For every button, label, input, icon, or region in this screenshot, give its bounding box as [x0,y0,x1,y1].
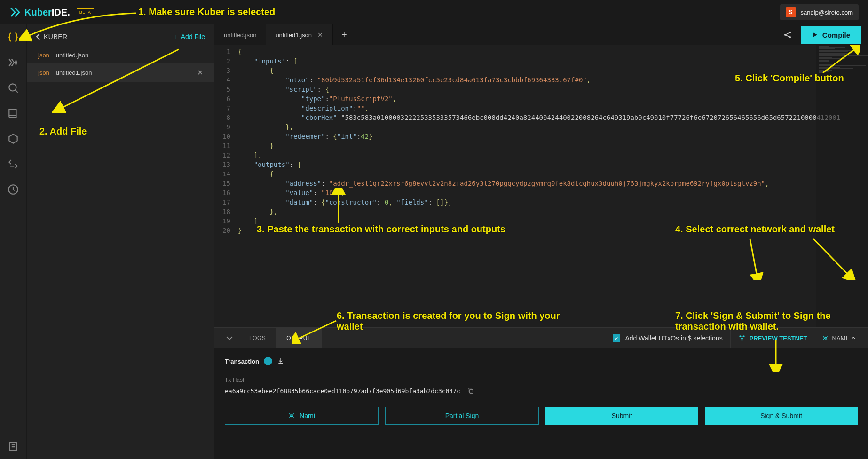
editor-tab[interactable]: untitled.json [214,24,266,45]
chevron-down-icon[interactable] [220,334,239,342]
wallet-icon [288,412,295,419]
bottom-panel: LOGS OUTPUT ✓ Add Wallet UTxOs in $.sele… [214,327,868,459]
compile-label: Compile [822,31,850,39]
transaction-heading: Transaction [225,358,259,365]
nami-button[interactable]: Nami [225,407,379,425]
chevron-left-icon [36,33,40,40]
wallet-selector[interactable]: NAMI [815,328,863,348]
sign-submit-label: Sign & Submit [760,412,802,419]
txhash-value: ea6a9cc53ebee2f68835b66cace0ed110b797ad7… [225,388,460,395]
activity-bar [0,24,26,459]
tab-label: untitled1.json [276,32,312,39]
partial-sign-button[interactable]: Partial Sign [385,407,539,425]
user-menu[interactable]: S sandip@sireto.com [780,4,859,20]
interact-icon[interactable] [7,158,19,170]
nami-label: Nami [300,412,315,419]
network-icon [738,334,746,342]
network-selector[interactable]: PREVIEW TESTNET [730,328,815,348]
wallet-icon [822,335,829,341]
editor-area: untitled.json untitled1.json ✕ + Compile… [214,24,868,459]
sidebar-title: KUBER [44,33,68,40]
search-icon[interactable] [7,82,19,94]
file-ext: json [38,52,49,59]
svg-rect-9 [469,389,473,393]
user-avatar: S [786,7,796,17]
chevron-up-icon [851,337,856,340]
logs-tab[interactable]: LOGS [239,328,276,348]
output-tab[interactable]: OUTPUT [276,328,321,348]
file-ext: json [38,69,49,76]
partial-sign-label: Partial Sign [445,412,479,419]
code-editor[interactable]: 1234567891011121314151617181920 { "input… [214,45,868,327]
editor-tabs: untitled.json untitled1.json ✕ + Compile [214,24,868,45]
status-badge [264,357,272,365]
svg-point-0 [9,84,16,91]
clock-icon[interactable] [7,183,19,196]
submit-button[interactable]: Submit [545,407,698,425]
new-tab-button[interactable]: + [333,30,355,40]
txhash-label: Tx Hash [225,377,858,383]
user-email: sandip@sireto.com [801,9,853,16]
network-label: PREVIEW TESTNET [750,335,807,342]
bottom-tabs: LOGS OUTPUT ✓ Add Wallet UTxOs in $.sele… [214,328,868,348]
tab-label: untitled.json [224,32,256,39]
minimap[interactable] [816,45,868,327]
file-item[interactable]: json untitled.json [27,47,214,63]
app-logo: KuberIDE. BETA [9,7,94,18]
file-name: untitled.json [56,52,88,59]
line-gutter: 1234567891011121314151617181920 [214,45,235,327]
checkbox-icon: ✓ [613,334,620,342]
add-wallet-utxos-checkbox[interactable]: ✓ Add Wallet UTxOs in $.selections [605,334,730,342]
svg-point-8 [741,339,742,340]
wallet-label: NAMI [832,335,848,342]
add-file-label: Add File [181,33,205,40]
play-icon [812,32,818,38]
note-icon[interactable] [7,440,19,452]
file-item[interactable]: json untitled1.json ✕ [27,63,214,82]
close-icon[interactable]: ✕ [197,68,203,77]
output-body: Transaction Tx Hash ea6a9cc53ebee2f68835… [214,348,868,459]
submit-label: Submit [612,412,632,419]
logo-icon [9,7,21,18]
haskell-icon[interactable] [7,56,19,69]
file-name: untitled1.json [56,69,92,76]
book-icon[interactable] [7,107,19,119]
share-icon[interactable] [783,30,792,40]
add-file-button[interactable]: + Add File [173,33,205,40]
close-icon[interactable]: ✕ [317,31,323,39]
beta-badge: BETA [77,8,94,16]
top-bar: KuberIDE. BETA S sandip@sireto.com [0,0,868,24]
logo-text-prefix: Kuber [24,7,52,17]
svg-rect-10 [468,388,472,392]
braces-icon[interactable] [7,31,19,43]
sidebar-back-button[interactable]: KUBER [36,33,68,40]
logo-text-suffix: IDE. [52,7,70,17]
sign-submit-button[interactable]: Sign & Submit [705,407,858,425]
editor-tab[interactable]: untitled1.json ✕ [266,24,333,45]
wallet-utxo-label: Add Wallet UTxOs in $.selections [625,334,722,342]
plus-icon: + [173,33,177,40]
download-icon[interactable] [277,357,284,365]
code-body[interactable]: { "inputs": [ { "utxo": "80b9d532a51fef3… [235,45,840,327]
copy-icon[interactable] [467,387,474,395]
file-sidebar: KUBER + Add File json untitled.json json… [26,24,214,459]
compile-button[interactable]: Compile [801,26,861,44]
hexagon-icon[interactable] [7,133,19,145]
